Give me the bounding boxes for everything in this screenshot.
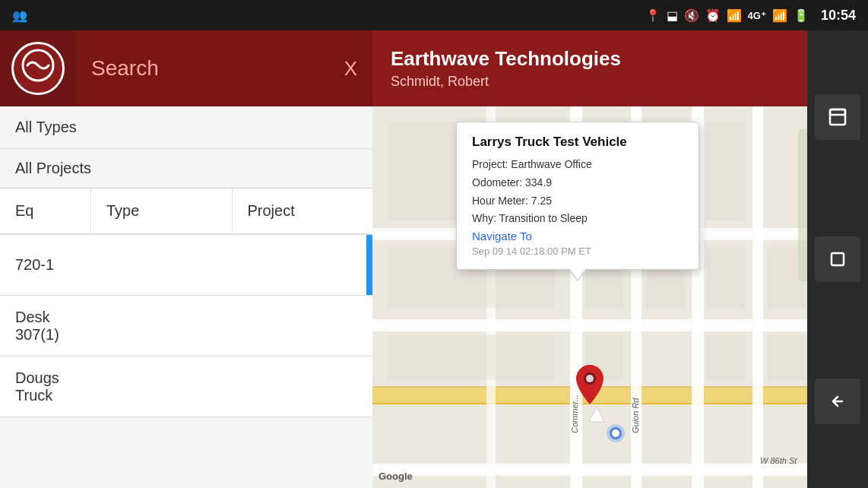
svg-rect-18 <box>707 122 745 220</box>
back-button[interactable] <box>815 379 860 424</box>
left-panel: All Types All Projects Eq Type Project 7… <box>0 106 372 488</box>
col-header-eq: Eq <box>0 189 91 233</box>
svg-rect-4 <box>372 386 868 388</box>
battery-icon: 🔋 <box>794 8 809 23</box>
map-panel[interactable]: Chigo... W 86th St Guion Rd Commer... La… <box>372 106 868 488</box>
svg-rect-12 <box>752 106 763 488</box>
filter-type-row[interactable]: All Types <box>0 106 372 149</box>
svg-rect-24 <box>388 334 555 380</box>
bluetooth-icon: ⬓ <box>667 8 678 23</box>
status-left-icons: 👥 <box>12 8 27 23</box>
popup-details: Project: Earthwave Office Odometer: 334.… <box>472 156 683 228</box>
popup-project: Project: Earthwave Office <box>472 156 683 174</box>
svg-rect-27 <box>768 334 806 380</box>
home-button[interactable] <box>815 236 860 282</box>
logo-svg <box>21 49 55 82</box>
svg-rect-8 <box>372 464 868 476</box>
svg-text:W 86th St: W 86th St <box>760 456 797 465</box>
svg-rect-39 <box>830 109 845 125</box>
filter-project-row[interactable]: All Projects <box>0 149 372 189</box>
popup-odometer: Odometer: 334.9 <box>472 174 683 192</box>
table-header: Eq Type Project <box>0 189 372 235</box>
logo-area <box>0 30 76 106</box>
table-row[interactable]: Desk 307(1) <box>0 296 372 356</box>
table-body: 720-1 Desk 307(1) Dougs Truck <box>0 235 372 488</box>
search-label: Search <box>91 56 337 81</box>
popup-why: Why: Transition to Sleep <box>472 210 683 228</box>
user-name: Schmidt, Robert <box>391 74 804 90</box>
popup-title: Larrys Truck Test Vehicle <box>472 135 683 150</box>
popup-hour-meter: Hour Meter: 7.25 <box>472 192 683 211</box>
window-icon <box>827 106 848 128</box>
wifi-icon: 📶 <box>727 8 742 23</box>
table-row[interactable]: 720-1 <box>0 235 372 296</box>
popup-arrow <box>570 269 585 280</box>
filter-project-label: All Projects <box>15 160 91 176</box>
popup-timestamp: Sep 09 14 02:18:00 PM ET <box>472 246 683 257</box>
cell-eq-1: Desk 307(1) <box>0 309 91 344</box>
home-icon <box>827 249 848 270</box>
svg-text:Guion Rd: Guion Rd <box>631 398 640 433</box>
clock: 10:54 <box>821 8 856 24</box>
vehicle-marker[interactable] <box>576 365 603 407</box>
mute-icon: 🔇 <box>684 8 699 23</box>
col-header-project: Project <box>233 189 373 233</box>
logo-circle <box>11 42 65 95</box>
alarm-icon: ⏰ <box>705 8 721 23</box>
map-pin-svg <box>576 365 603 404</box>
google-label: Google <box>379 471 413 482</box>
back-icon <box>827 391 848 412</box>
svg-rect-26 <box>707 334 745 380</box>
svg-rect-40 <box>830 109 845 115</box>
svg-rect-41 <box>832 253 844 265</box>
network-label: 4G⁺ <box>748 10 766 21</box>
cell-eq-0: 720-1 <box>0 256 91 274</box>
people-icon: 👥 <box>12 8 27 23</box>
svg-rect-5 <box>372 403 868 404</box>
nav-bar <box>807 30 868 488</box>
google-watermark: Google <box>379 471 413 482</box>
window-button[interactable] <box>815 94 860 140</box>
svg-point-38 <box>586 375 594 382</box>
svg-rect-22 <box>707 247 745 308</box>
popup-navigate-link[interactable]: Navigate To <box>472 230 683 242</box>
search-close-button[interactable]: X <box>344 57 357 81</box>
filter-type-label: All Types <box>15 119 77 135</box>
row-active-indicator <box>366 235 372 295</box>
svg-rect-3 <box>372 388 868 404</box>
col-header-type: Type <box>91 189 233 233</box>
table-row[interactable]: Dougs Truck <box>0 356 372 417</box>
logo-wave-icon <box>21 49 55 88</box>
app-name: Earthwave Technologies <box>391 47 804 71</box>
search-bar[interactable]: Search X <box>76 30 372 106</box>
signal-icon: 📶 <box>772 8 787 23</box>
svg-rect-7 <box>372 319 868 331</box>
svg-point-35 <box>612 429 619 437</box>
location-icon: 📍 <box>645 8 661 23</box>
header-title-area: Earthwave Technologies Schmidt, Robert <box>372 47 822 90</box>
app-header: Search X Earthwave Technologies Schmidt,… <box>0 30 868 106</box>
info-popup: Larrys Truck Test Vehicle Project: Earth… <box>456 122 699 270</box>
status-bar: 👥 📍 ⬓ 🔇 ⏰ 📶 4G⁺ 📶 🔋 10:54 <box>0 0 868 30</box>
main-content: All Types All Projects Eq Type Project 7… <box>0 106 868 488</box>
status-right-icons: 📍 ⬓ 🔇 ⏰ 📶 4G⁺ 📶 🔋 10:54 <box>645 8 856 24</box>
cell-eq-2: Dougs Truck <box>0 369 91 404</box>
